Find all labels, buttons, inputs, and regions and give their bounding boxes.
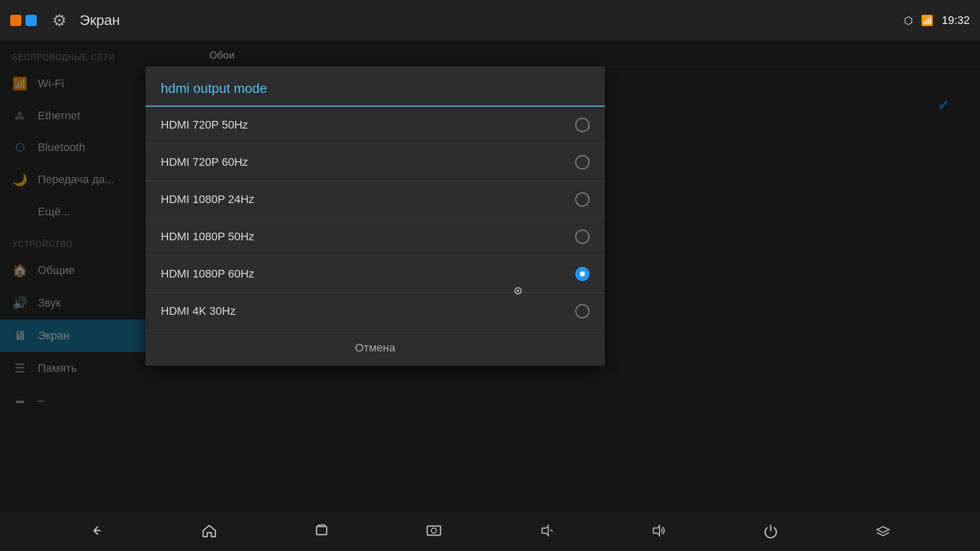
- dialog-option-hdmi-1080p-60[interactable]: HDMI 1080P 60Hz: [145, 256, 605, 293]
- page-title: Экран: [80, 12, 120, 29]
- radio-hdmi-1080p-60[interactable]: [575, 267, 590, 281]
- vol-down-button[interactable]: [527, 516, 566, 545]
- radio-hdmi-4k-30[interactable]: [575, 304, 590, 318]
- svg-rect-1: [318, 525, 325, 527]
- screenshot-button[interactable]: [414, 516, 453, 545]
- hdmi-dialog: hdmi output mode HDMI 720P 50Hz HDMI 720…: [145, 66, 605, 366]
- radio-hdmi-1080p-24[interactable]: [575, 192, 590, 207]
- dialog-cancel-button[interactable]: Отмена: [145, 330, 605, 366]
- dialog-option-hdmi-1080p-24[interactable]: HDMI 1080P 24Hz: [145, 181, 605, 218]
- recents-button[interactable]: [302, 516, 341, 545]
- dialog-option-label-hdmi-1080p-60: HDMI 1080P 60Hz: [161, 267, 575, 281]
- power-button[interactable]: [751, 516, 790, 545]
- radio-hdmi-1080p-50[interactable]: [575, 230, 590, 244]
- home-button[interactable]: [190, 516, 229, 545]
- layers-button[interactable]: [864, 516, 902, 545]
- dialog-option-label-hdmi-1080p-24: HDMI 1080P 24Hz: [161, 193, 575, 206]
- settings-gear-icon: ⚙: [47, 8, 71, 33]
- topbar-status: ⬡ 📶 19:32: [904, 14, 970, 27]
- tray-icon-2: [26, 15, 37, 26]
- svg-marker-4: [542, 525, 548, 536]
- dialog-option-hdmi-720p-60[interactable]: HDMI 720P 60Hz: [145, 144, 605, 181]
- vol-up-button[interactable]: [639, 516, 678, 545]
- tray-icons: [10, 15, 37, 26]
- svg-rect-0: [316, 527, 327, 535]
- svg-point-3: [431, 528, 436, 533]
- dialog-title: hdmi output mode: [145, 66, 605, 107]
- bluetooth-status-icon: ⬡: [904, 14, 913, 27]
- bottom-bar: [0, 510, 980, 551]
- radio-hdmi-720p-60[interactable]: [575, 155, 590, 169]
- dialog-option-hdmi-1080p-50[interactable]: HDMI 1080P 50Hz: [145, 218, 605, 256]
- wifi-status-icon: 📶: [921, 14, 934, 27]
- topbar: ⚙ Экран ⬡ 📶 19:32: [0, 0, 980, 41]
- dialog-option-hdmi-4k-30[interactable]: HDMI 4K 30Hz: [145, 293, 605, 330]
- svg-rect-2: [427, 526, 440, 535]
- time-display: 19:32: [942, 14, 970, 27]
- dialog-option-hdmi-720p-50[interactable]: HDMI 720P 50Hz: [145, 107, 605, 144]
- svg-line-5: [550, 530, 553, 532]
- dialog-option-label-hdmi-4k-30: HDMI 4K 30Hz: [161, 305, 575, 318]
- dialog-option-label-hdmi-720p-50: HDMI 720P 50Hz: [161, 118, 575, 132]
- dialog-option-label-hdmi-720p-60: HDMI 720P 60Hz: [161, 156, 575, 169]
- back-button[interactable]: [78, 516, 116, 545]
- radio-hdmi-720p-50[interactable]: [575, 118, 590, 132]
- tray-icon-1: [10, 15, 21, 26]
- dialog-option-label-hdmi-1080p-50: HDMI 1080P 50Hz: [161, 230, 575, 243]
- topbar-title-area: ⚙ Экран: [47, 8, 904, 33]
- svg-marker-6: [653, 525, 659, 536]
